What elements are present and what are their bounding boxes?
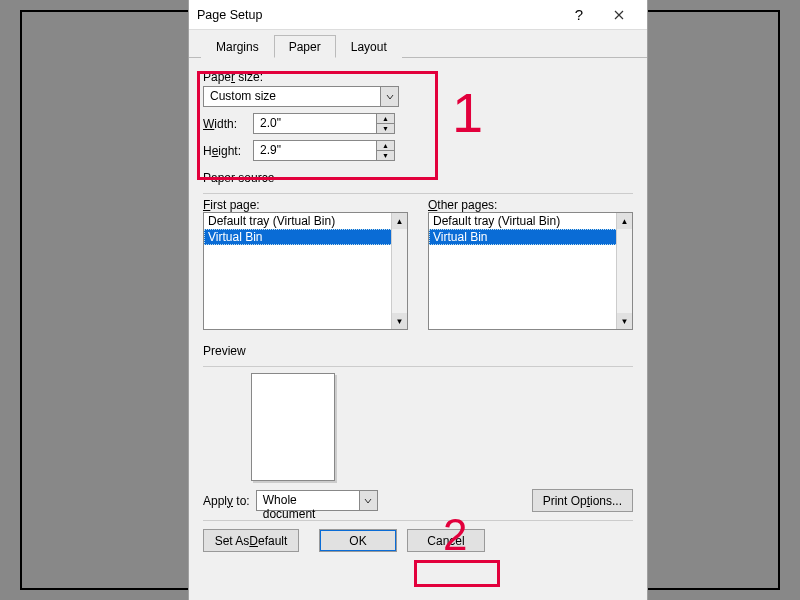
- chevron-down-icon: [364, 497, 372, 505]
- height-spinner[interactable]: 2.9" ▲ ▼: [253, 140, 395, 161]
- apply-to-combo[interactable]: Whole document: [256, 490, 378, 511]
- chevron-down-icon: [386, 93, 394, 101]
- width-down[interactable]: ▼: [377, 124, 394, 133]
- paper-size-value: Custom size: [204, 87, 380, 106]
- dropdown-button[interactable]: [359, 491, 377, 510]
- page-setup-dialog: Page Setup ? Margins Paper Layout Paper …: [188, 0, 648, 600]
- close-button[interactable]: [599, 1, 639, 29]
- width-label: Width:: [203, 117, 253, 131]
- other-pages-list[interactable]: Default tray (Virtual Bin) Virtual Bin ▲…: [428, 212, 633, 330]
- paper-size-combo[interactable]: Custom size: [203, 86, 399, 107]
- scroll-down-icon[interactable]: ▼: [392, 313, 407, 329]
- height-up[interactable]: ▲: [377, 141, 394, 151]
- scrollbar[interactable]: ▲ ▼: [391, 213, 407, 329]
- tab-paper[interactable]: Paper: [274, 35, 336, 58]
- scrollbar[interactable]: ▲ ▼: [616, 213, 632, 329]
- dropdown-button[interactable]: [380, 87, 398, 106]
- print-options-button[interactable]: Print Options...: [532, 489, 633, 512]
- set-as-default-button[interactable]: Set As Default: [203, 529, 299, 552]
- paper-size-label: Paper size:: [203, 70, 633, 84]
- titlebar: Page Setup ?: [189, 0, 647, 30]
- width-spinner[interactable]: 2.0" ▲ ▼: [253, 113, 395, 134]
- preview-label: Preview: [203, 344, 633, 358]
- cancel-button[interactable]: Cancel: [407, 529, 485, 552]
- width-up[interactable]: ▲: [377, 114, 394, 124]
- apply-to-value: Whole document: [257, 491, 359, 510]
- list-item[interactable]: Default tray (Virtual Bin): [429, 213, 632, 229]
- preview-page: [251, 373, 335, 481]
- first-page-list[interactable]: Default tray (Virtual Bin) Virtual Bin ▲…: [203, 212, 408, 330]
- width-value: 2.0": [254, 114, 376, 133]
- apply-to-label: Apply to:: [203, 494, 250, 508]
- scroll-down-icon[interactable]: ▼: [617, 313, 632, 329]
- help-button[interactable]: ?: [559, 1, 599, 29]
- tab-margins[interactable]: Margins: [201, 35, 274, 58]
- height-value: 2.9": [254, 141, 376, 160]
- scroll-up-icon[interactable]: ▲: [617, 213, 632, 229]
- first-page-label: First page:: [203, 198, 408, 212]
- tab-layout[interactable]: Layout: [336, 35, 402, 58]
- height-down[interactable]: ▼: [377, 151, 394, 160]
- list-item[interactable]: Default tray (Virtual Bin): [204, 213, 407, 229]
- close-icon: [614, 10, 624, 20]
- height-label: Height:: [203, 144, 253, 158]
- scroll-up-icon[interactable]: ▲: [392, 213, 407, 229]
- other-pages-label: Other pages:: [428, 198, 633, 212]
- paper-source-label: Paper source: [203, 171, 633, 185]
- ok-button[interactable]: OK: [319, 529, 397, 552]
- dialog-title: Page Setup: [197, 8, 559, 22]
- list-item[interactable]: Virtual Bin: [204, 229, 407, 245]
- tab-strip: Margins Paper Layout: [189, 30, 647, 58]
- list-item[interactable]: Virtual Bin: [429, 229, 632, 245]
